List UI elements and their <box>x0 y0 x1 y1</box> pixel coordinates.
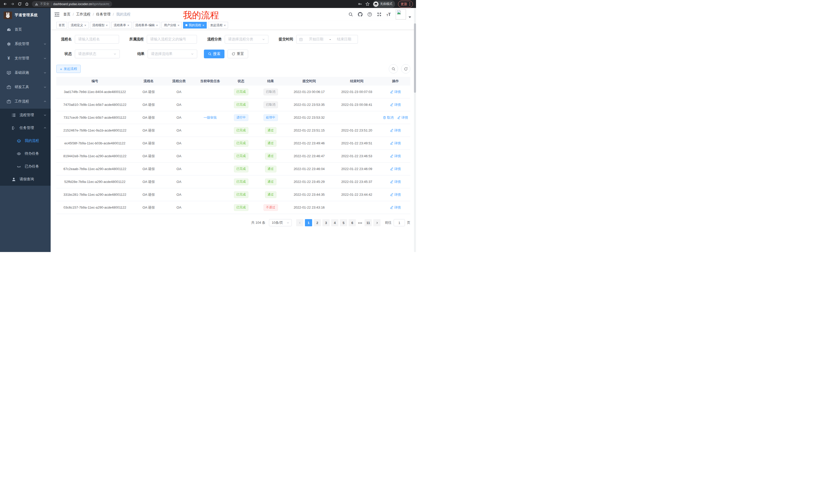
cancel-link[interactable]: 取消 <box>383 115 394 120</box>
detail-link[interactable]: 详情 <box>390 90 401 94</box>
page-scrollbar[interactable] <box>414 8 416 252</box>
sidebar-item-leave-query[interactable]: 请假查询 <box>0 173 51 186</box>
cell-status: 已完成 <box>226 140 256 147</box>
sidebar-item-devtools[interactable]: 研发工具 <box>0 80 51 94</box>
show-search-button[interactable] <box>389 64 398 74</box>
prev-page-button[interactable] <box>296 219 303 226</box>
close-icon[interactable]: × <box>106 24 108 27</box>
submit-time-range-picker[interactable]: 开始日期 - 结束日期 <box>296 35 358 44</box>
incognito-label: 无痕模式 <box>380 2 392 6</box>
result-select[interactable]: 请选择流结果 <box>148 50 197 58</box>
fullscreen-icon[interactable] <box>377 12 382 17</box>
sidebar-item-task-mgmt[interactable]: 任务管理 <box>0 121 51 134</box>
detail-link[interactable]: 详情 <box>390 128 401 133</box>
reset-button[interactable]: 重置 <box>228 50 248 58</box>
tab-3[interactable]: 流程表单× <box>111 22 132 29</box>
search-icon[interactable] <box>348 12 353 17</box>
page-2[interactable]: 2 <box>314 219 321 226</box>
url-text[interactable]: dashboard.yudao.iocoder.cn/bpm/task/my <box>53 2 109 6</box>
page-11[interactable]: 11 <box>365 219 372 226</box>
tab-4[interactable]: 流程表单-编辑× <box>133 22 160 29</box>
security-label[interactable]: 不安全 <box>40 2 49 6</box>
sidebar-item-my-process[interactable]: 我的流程 <box>0 134 51 147</box>
page-ellipsis[interactable]: ••• <box>357 221 364 225</box>
page-6[interactable]: 6 <box>349 219 356 226</box>
home-icon[interactable] <box>24 1 30 7</box>
table-row: 3ad174fb-7b9d-11ec-8404-acde48001122OA 请… <box>56 86 410 99</box>
sidebar-item-done-task[interactable]: 已办任务 <box>0 160 51 173</box>
back-icon[interactable] <box>2 1 8 7</box>
start-date-placeholder[interactable]: 开始日期 <box>305 37 327 41</box>
goto-page-input[interactable] <box>394 219 405 226</box>
breadcrumb-item-2[interactable]: 任务管理 <box>96 12 110 17</box>
end-date-placeholder[interactable]: 结束日期 <box>333 37 355 41</box>
key-icon[interactable] <box>358 2 362 6</box>
sidebar-item-infrastructure[interactable]: 基础设施 <box>0 65 51 80</box>
sidebar-item-process-mgmt[interactable]: 流程管理 <box>0 109 51 121</box>
sidebar-toggle-icon[interactable] <box>54 12 59 17</box>
page-3[interactable]: 3 <box>322 219 330 226</box>
font-size-icon[interactable]: TT <box>386 12 391 17</box>
process-definition-input[interactable]: 请输入流程定义的编号 <box>147 35 197 44</box>
page-size-select[interactable]: 10条/页 <box>269 219 292 226</box>
cell-category: OA <box>164 129 194 132</box>
edit-icon <box>397 116 400 119</box>
scrollbar-thumb[interactable] <box>414 23 416 93</box>
close-icon[interactable]: × <box>156 24 158 27</box>
avatar[interactable] <box>396 9 406 20</box>
sidebar-item-payment[interactable]: ¥支付管理 <box>0 51 51 65</box>
sidebar-item-system[interactable]: 系统管理 <box>0 37 51 51</box>
page-1[interactable]: 1 <box>305 219 312 226</box>
close-icon[interactable]: × <box>84 24 86 27</box>
search-button[interactable]: 搜索 <box>204 50 225 58</box>
detail-link[interactable]: 详情 <box>397 115 408 120</box>
status-select[interactable]: 请选择状态 <box>75 50 120 58</box>
github-icon[interactable] <box>358 12 363 17</box>
sidebar-item-workflow[interactable]: 工作流程 <box>0 94 51 109</box>
detail-link[interactable]: 详情 <box>390 103 401 107</box>
toolbox-icon <box>6 99 11 104</box>
tab-2[interactable]: 流程模型× <box>90 22 110 29</box>
star-icon[interactable] <box>365 2 370 6</box>
breadcrumb-item-1[interactable]: 工作流程 <box>76 12 90 17</box>
page-4[interactable]: 4 <box>331 219 338 226</box>
detail-link[interactable]: 详情 <box>390 167 401 171</box>
detail-link[interactable]: 详情 <box>390 154 401 159</box>
cell-process-name: OA 请假 <box>133 90 164 94</box>
process-name-input[interactable]: 请输入流程名 <box>75 35 119 44</box>
url-bar[interactable]: 不安全 dashboard.yudao.iocoder.cn/bpm/task/… <box>32 1 112 7</box>
next-page-button[interactable] <box>373 219 381 226</box>
detail-link[interactable]: 详情 <box>390 179 401 184</box>
category-select[interactable]: 请选择流程分类 <box>225 35 268 44</box>
breadcrumb-item-0[interactable]: 首页 <box>63 12 71 17</box>
update-button[interactable]: 更新 <box>398 1 413 7</box>
tab-1[interactable]: 流程定义× <box>69 22 89 29</box>
app-logo[interactable]: 芋道管理系统 <box>0 8 51 22</box>
close-icon[interactable]: × <box>177 24 179 27</box>
tab-0[interactable]: 首页 <box>56 22 67 29</box>
tab-6[interactable]: 我的流程× <box>183 22 207 29</box>
result-label: 结果 <box>127 52 145 56</box>
task-link[interactable]: 一级审批 <box>204 115 217 120</box>
create-process-button[interactable]: + 发起流程 <box>56 65 81 73</box>
page-5[interactable]: 5 <box>340 219 347 226</box>
cell-id: 52ffd28e-7b9a-11ec-a290-acde48001122 <box>56 180 133 184</box>
reload-icon[interactable] <box>17 1 23 7</box>
forward-icon[interactable] <box>9 1 16 7</box>
sidebar-item-todo-task[interactable]: 待办任务 <box>0 147 51 160</box>
detail-link[interactable]: 详情 <box>390 192 401 197</box>
detail-link[interactable]: 详情 <box>390 141 401 146</box>
close-icon[interactable]: × <box>202 24 204 27</box>
help-icon[interactable] <box>367 12 372 17</box>
sidebar-item-home[interactable]: 首页 <box>0 22 51 37</box>
tab-5[interactable]: 用户分组× <box>161 22 182 29</box>
browser-menu-icon[interactable] <box>409 2 410 6</box>
cell-submit-time: 2022-01-22 23:46:47 <box>285 154 333 158</box>
avatar-caret-icon[interactable] <box>409 15 411 19</box>
tab-7[interactable]: 发起流程× <box>208 22 228 29</box>
close-icon[interactable]: × <box>127 24 129 27</box>
refresh-table-button[interactable] <box>401 64 410 74</box>
detail-link[interactable]: 详情 <box>390 205 401 210</box>
table-tools <box>389 64 410 74</box>
close-icon[interactable]: × <box>224 24 226 27</box>
